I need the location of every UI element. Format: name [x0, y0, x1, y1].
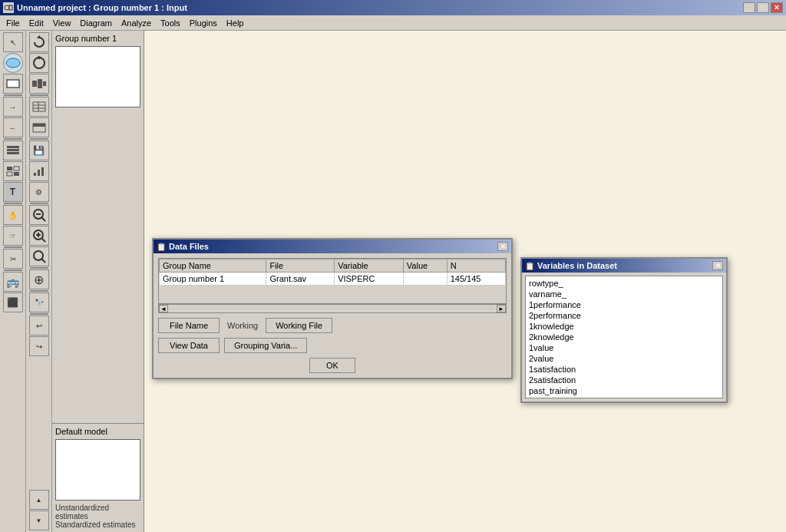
circular-btn[interactable]	[29, 53, 49, 73]
cell-file: Grant.sav	[266, 273, 335, 286]
data-files-title-bar: 📋 Data Files ✕	[154, 240, 511, 253]
scroll-right-arrow[interactable]: ►	[497, 305, 506, 312]
var-item-9[interactable]: 2satisfaction	[527, 375, 721, 385]
redo-btn[interactable]: ↪	[29, 336, 49, 356]
variables-dialog[interactable]: 📋 Variables in Dataset ✕ rowtype_ varnam…	[520, 257, 728, 403]
data-files-dialog[interactable]: 📋 Data Files ✕ Group Name File Variable	[152, 238, 513, 379]
panel-top: Group number 1	[52, 31, 144, 424]
grouping-variable-btn[interactable]: Grouping Varia...	[224, 338, 307, 353]
separator3	[4, 203, 22, 204]
ok-btn[interactable]: OK	[309, 358, 355, 373]
menu-tools[interactable]: Tools	[156, 17, 185, 29]
hand-point-btn[interactable]: ☞	[3, 226, 23, 246]
var-item-7[interactable]: 2value	[527, 353, 721, 364]
svg-rect-24	[34, 173, 36, 176]
separator5	[4, 269, 22, 271]
grid-btn[interactable]	[3, 161, 23, 181]
left-toolbar: ↖ → ← T ✋ ☞	[0, 31, 26, 532]
cell-n: 145/145	[447, 273, 505, 286]
dialog-buttons-row1: File Name Working Working File	[158, 318, 507, 333]
svg-rect-5	[7, 146, 19, 148]
app-icon	[3, 2, 14, 13]
var-item-10[interactable]: past_training	[527, 385, 721, 396]
zoom-search-btn[interactable]	[29, 246, 49, 266]
svg-point-14	[38, 56, 41, 59]
layers-btn[interactable]	[3, 140, 23, 160]
menu-analyze[interactable]: Analyze	[117, 17, 156, 29]
calendar-btn[interactable]	[29, 117, 49, 137]
working-file-btn[interactable]: Working File	[266, 318, 332, 333]
close-button[interactable]: ✕	[771, 2, 783, 13]
var-item-1[interactable]: varname_	[527, 289, 721, 299]
arrow-right-btn[interactable]: →	[3, 97, 23, 117]
ellipse-btn[interactable]	[3, 53, 23, 73]
scroll-left-arrow[interactable]: ◄	[159, 305, 168, 312]
svg-rect-10	[7, 172, 12, 176]
zoom-in-btn[interactable]	[29, 226, 49, 246]
variables-close-btn[interactable]: ✕	[712, 261, 723, 270]
hand-open-btn[interactable]: ✋	[3, 205, 23, 225]
var-item-8[interactable]: 1satisfaction	[527, 364, 721, 375]
svg-rect-7	[7, 152, 19, 154]
menu-diagram[interactable]: Diagram	[75, 17, 117, 29]
bucket-btn[interactable]: ⬛	[3, 292, 23, 312]
rect-btn[interactable]	[3, 74, 23, 94]
plugin-btn[interactable]	[29, 74, 49, 94]
binoculars-btn[interactable]: 🔭	[29, 292, 49, 312]
window-controls: _ □ ✕	[743, 2, 783, 13]
minimize-button[interactable]: _	[743, 2, 755, 13]
menu-help[interactable]: Help	[222, 17, 249, 29]
second-toolbar: 💾 ⚙ ⊕ 🔭 ↩ ↪ ▲ ▼	[26, 31, 52, 532]
variables-icon: 📋	[525, 262, 534, 270]
svg-rect-6	[7, 149, 19, 151]
save-btn[interactable]: 💾	[29, 140, 49, 160]
working-label: Working	[224, 321, 261, 330]
cell-group-name: Group number 1	[160, 273, 266, 286]
grid2-btn[interactable]	[29, 97, 49, 117]
data-files-content: Group Name File Variable Value N Group n…	[154, 253, 511, 378]
separator11	[30, 313, 48, 315]
rotate-btn[interactable]	[29, 32, 49, 52]
bar-chart-btn[interactable]	[29, 161, 49, 181]
view-data-btn[interactable]: View Data	[158, 338, 220, 353]
truck-btn[interactable]: 🚌	[3, 272, 23, 292]
menu-edit[interactable]: Edit	[25, 17, 48, 29]
table-row[interactable]: Group number 1 Grant.sav VISPERC 145/145	[160, 273, 506, 286]
separator1	[4, 94, 22, 96]
var-item-2[interactable]: 1performance	[527, 299, 721, 310]
separator8	[30, 203, 48, 204]
var-item-4[interactable]: 1knowledge	[527, 321, 721, 332]
svg-line-33	[41, 238, 45, 242]
settings-btn[interactable]: ⚙	[29, 182, 49, 202]
scroll-down-btn[interactable]: ▼	[29, 511, 49, 530]
scrollbar-track[interactable]	[170, 305, 495, 312]
arrow-left-btn[interactable]: ←	[3, 117, 23, 137]
file-name-btn[interactable]: File Name	[158, 318, 220, 333]
scissors-btn[interactable]: ✂	[3, 249, 23, 269]
scroll-up-btn[interactable]: ▲	[29, 490, 49, 510]
svg-rect-11	[14, 172, 19, 176]
col-variable: Variable	[335, 259, 404, 273]
undo-btn[interactable]: ↩	[29, 316, 49, 335]
table-scrollbar[interactable]: ◄ ►	[158, 304, 507, 313]
menu-plugins[interactable]: Plugins	[185, 17, 222, 29]
var-item-3[interactable]: 2performance	[527, 310, 721, 321]
model-diagram-box	[55, 439, 140, 501]
var-item-0[interactable]: rowtype_	[527, 278, 721, 289]
maximize-button[interactable]: □	[757, 2, 769, 13]
menu-view[interactable]: View	[48, 17, 76, 29]
select-tool-btn[interactable]: ↖	[3, 32, 23, 52]
cursor2-btn[interactable]: ⊕	[29, 269, 49, 289]
svg-rect-23	[33, 124, 45, 127]
zoom-out-btn[interactable]	[29, 205, 49, 225]
data-files-table: Group Name File Variable Value N Group n…	[159, 259, 506, 286]
var-item-6[interactable]: 1value	[527, 342, 721, 353]
title-btn[interactable]: T	[3, 182, 23, 202]
data-files-close-btn[interactable]: ✕	[497, 242, 508, 251]
svg-rect-9	[14, 167, 19, 170]
std-estimate: Standardized estimates	[55, 520, 140, 529]
var-item-5[interactable]: 2knowledge	[527, 332, 721, 342]
separator7	[30, 138, 48, 140]
menu-file[interactable]: File	[2, 17, 25, 29]
separator2	[4, 138, 22, 140]
